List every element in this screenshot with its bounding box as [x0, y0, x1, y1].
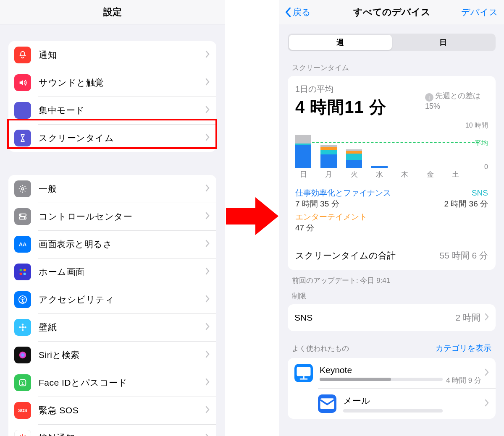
settings-row[interactable]: 通知 [8, 41, 216, 69]
svg-text:SOS: SOS [18, 408, 27, 413]
siri-icon [14, 347, 31, 363]
chevron-right-icon [205, 212, 210, 221]
app-name: メール [343, 395, 443, 407]
screentime-detail-screen: 戻る すべてのデバイス デバイス 週 日 スクリーンタイム 1日の平均 4 時間… [279, 0, 504, 436]
y-axis-zero: 0 [484, 163, 488, 171]
segment-day[interactable]: 日 [392, 35, 495, 50]
svg-rect-7 [24, 269, 26, 272]
chevron-right-icon [485, 399, 489, 408]
bar-column [346, 149, 362, 168]
switches-icon [14, 208, 31, 225]
most-used-label: よく使われたもの [292, 344, 349, 353]
day-label: 火 [346, 170, 362, 179]
svg-point-11 [22, 297, 23, 298]
usage-value: 4 時間 9 分 [446, 376, 481, 385]
last-updated: 前回のアップデート: 今日 9:41 [292, 276, 491, 285]
bar-segment [320, 150, 336, 154]
app-row[interactable]: メール [318, 388, 496, 419]
usage-chart: 10 時間 0 平均 日月火水木金土 [295, 125, 488, 179]
back-button[interactable]: 戻る [285, 6, 311, 18]
settings-row[interactable]: 集中モード [8, 97, 216, 124]
svg-point-16 [24, 326, 26, 329]
show-categories-link[interactable]: カテゴリを表示 [436, 343, 491, 354]
legend-sns-value: 2 時間 36 分 [444, 199, 488, 208]
settings-row[interactable]: AA 画面表示と明るさ [8, 230, 216, 258]
row-label: 緊急 SOS [39, 405, 205, 416]
delta-vs-last-week: ↓先週との差は 15% [425, 91, 480, 111]
app-name: Keynote [320, 365, 443, 375]
limits-card: SNS 2 時間 [288, 304, 496, 331]
svg-text:AA: AA [19, 241, 27, 248]
settings-row[interactable]: Siriと検索 [8, 341, 216, 369]
svg-rect-8 [20, 273, 22, 275]
svg-rect-9 [24, 273, 26, 275]
bar-segment [346, 160, 362, 168]
segment-week[interactable]: 週 [289, 35, 392, 50]
settings-screen: 設定 通知 サウンドと触覚 集中モード スクリーンタイム [0, 0, 225, 436]
day-label: 金 [422, 170, 438, 179]
svg-rect-34 [300, 378, 307, 379]
accessibility-icon [14, 291, 31, 308]
settings-group-2: 一般 コントロールセンター AA 画面表示と明るさ ホーム画面 アクセシビリティ [8, 175, 216, 436]
chevron-right-icon [205, 184, 210, 193]
most-used-header-row: よく使われたもの カテゴリを表示 [292, 343, 491, 354]
row-label: 一般 [39, 183, 205, 195]
moon-icon [14, 102, 31, 119]
svg-point-14 [22, 329, 24, 331]
nav-title: 設定 [103, 6, 122, 18]
bar-column [320, 145, 336, 168]
devices-button[interactable]: デバイス [461, 6, 498, 18]
aa-icon: AA [14, 236, 31, 253]
speaker-icon [14, 74, 31, 91]
faceid-icon [14, 374, 31, 391]
legend-entertainment-value: 47 分 [295, 223, 314, 232]
svg-point-12 [21, 326, 24, 329]
total-label: スクリーンタイムの合計 [295, 250, 396, 261]
usage-bar: 4 時間 9 分 [320, 378, 443, 381]
section-header-limits: 制限 [292, 291, 491, 301]
row-label: サウンドと触覚 [39, 77, 205, 89]
chevron-right-icon [205, 240, 210, 249]
settings-row[interactable]: 接触通知 [8, 424, 216, 436]
settings-row[interactable]: SOS 緊急 SOS [8, 397, 216, 424]
most-used-card: Keynote 4 時間 9 分 メール [288, 358, 496, 419]
svg-point-17 [19, 352, 26, 359]
arrow-icon [226, 197, 278, 235]
arrow-down-icon: ↓ [425, 93, 433, 102]
grid-icon [14, 264, 31, 280]
segmented-control[interactable]: 週 日 [288, 34, 496, 51]
chevron-right-icon [485, 368, 489, 378]
chevron-right-icon [205, 406, 210, 415]
row-label: アクセシビリティ [39, 294, 205, 305]
row-label: 集中モード [39, 104, 205, 116]
back-label: 戻る [293, 6, 311, 18]
day-label: 日 [295, 170, 311, 179]
svg-point-13 [22, 324, 24, 326]
settings-row[interactable]: Face IDとパスコード [8, 369, 216, 397]
row-label: 壁紙 [39, 321, 205, 333]
limit-row-sns[interactable]: SNS 2 時間 [288, 304, 496, 331]
settings-row[interactable]: コントロールセンター [8, 203, 216, 230]
day-label: 水 [371, 170, 387, 179]
app-row[interactable]: Keynote 4 時間 9 分 [288, 358, 496, 388]
chevron-right-icon [205, 295, 210, 304]
sos-icon: SOS [14, 402, 31, 419]
total-row: スクリーンタイムの合計 55 時間 6 分 [288, 241, 496, 270]
settings-group-1: 通知 サウンドと触覚 集中モード スクリーンタイム [8, 41, 216, 152]
chevron-right-icon [205, 78, 210, 87]
average-line-label: 平均 [475, 139, 488, 148]
hourglass-icon [14, 130, 31, 146]
settings-row[interactable]: アクセシビリティ [8, 286, 216, 313]
settings-row[interactable]: 一般 [8, 175, 216, 203]
flower-icon [14, 319, 31, 336]
bar-segment [295, 135, 311, 144]
settings-row[interactable]: スクリーンタイム [8, 124, 216, 152]
chevron-right-icon [205, 50, 210, 60]
chevron-right-icon [205, 433, 210, 436]
svg-point-19 [21, 381, 22, 382]
settings-row[interactable]: ホーム画面 [8, 258, 216, 286]
settings-row[interactable]: 壁紙 [8, 313, 216, 341]
chevron-right-icon [205, 323, 210, 332]
settings-row[interactable]: サウンドと触覚 [8, 69, 216, 97]
svg-point-4 [24, 217, 26, 219]
